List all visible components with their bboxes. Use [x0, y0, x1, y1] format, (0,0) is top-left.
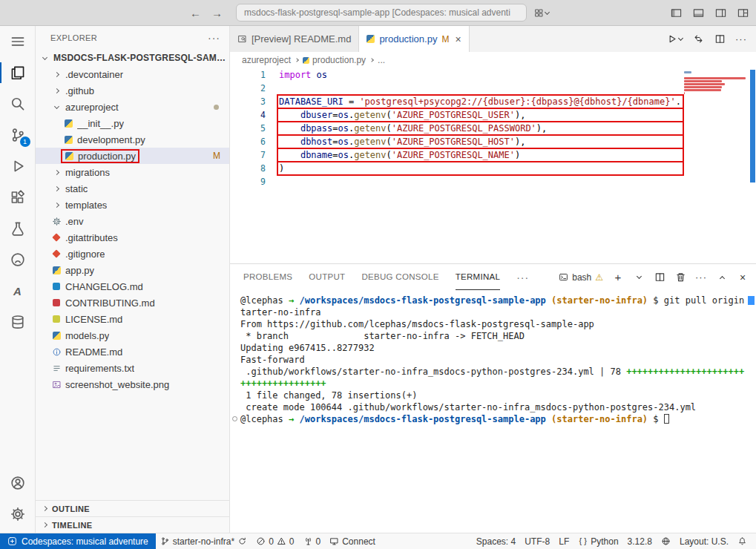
layout-sidebar-right-icon[interactable]	[714, 7, 726, 19]
connect-button[interactable]: Connect	[325, 533, 380, 549]
minimap[interactable]	[684, 70, 748, 196]
terminal[interactable]: @lcephas → /workspaces/msdocs-flask-post…	[230, 290, 756, 533]
explorer-more-actions-icon[interactable]: ···	[208, 32, 220, 44]
section-outline[interactable]: OUTLINE	[36, 500, 229, 516]
panel-tab-terminal[interactable]: TERMINAL	[456, 264, 501, 290]
line-number: 8	[230, 162, 266, 175]
activitybar-azure[interactable]: A	[0, 275, 36, 306]
breadcrumb-item[interactable]: ...	[378, 55, 385, 65]
tab--Preview-README.md[interactable]: [Preview] README.md	[230, 26, 359, 52]
panel-tab-debug-console[interactable]: DEBUG CONSOLE	[361, 264, 438, 290]
terminal-scrollbar-thumb[interactable]	[748, 296, 755, 305]
tab-label: production.py	[379, 33, 437, 45]
terminal-line: From https://github.com/lcephas/msdocs-f…	[240, 318, 756, 330]
tree-item-README.md[interactable]: README.md	[36, 343, 229, 360]
ports-icon	[303, 536, 313, 546]
breadcrumb-item[interactable]: production.py	[303, 55, 366, 65]
language-status[interactable]: { }Python	[573, 533, 622, 549]
section-label: OUTLINE	[52, 504, 90, 513]
forward-button[interactable]: →	[211, 7, 223, 19]
panel-close-icon[interactable]: ×	[737, 272, 749, 283]
keyboard-layout-status[interactable]: Layout: U.S.	[675, 533, 733, 549]
activitybar-testing[interactable]	[0, 213, 36, 244]
statusbar-right: Spaces: 4UTF-8LF{ }Python3.12.8Layout: U…	[472, 533, 756, 549]
panel-split-editor-icon[interactable]	[654, 272, 665, 283]
source-control-badge: 1	[20, 137, 30, 147]
tree-item-root[interactable]: MSDOCS-FLASK-POSTGRESQL-SAMPLE-...	[36, 50, 229, 66]
indentation-status[interactable]: Spaces: 4	[472, 533, 520, 549]
database-icon	[10, 314, 26, 330]
encoding-status[interactable]: UTF-8	[520, 533, 554, 549]
globe-status[interactable]	[657, 533, 675, 549]
activitybar-run-debug[interactable]	[0, 151, 36, 182]
tree-item-static[interactable]: static	[36, 180, 229, 197]
panel-chevron-down-icon[interactable]	[633, 272, 645, 283]
tree-item-.gitattributes[interactable]: .gitattributes	[36, 229, 229, 246]
tree-item-migrations[interactable]: migrations	[36, 164, 229, 180]
back-button[interactable]: ←	[190, 7, 201, 19]
layout-sidebar-icon[interactable]	[670, 7, 682, 19]
chevron-down-icon	[39, 57, 50, 59]
close-icon[interactable]: ×	[455, 33, 461, 45]
problems-status[interactable]: 00	[252, 533, 298, 549]
tree-item-.env[interactable]: .env	[36, 213, 229, 229]
activitybar-explorer[interactable]	[0, 57, 36, 88]
ports-status[interactable]: 0	[299, 533, 326, 549]
layout-panel-icon[interactable]	[692, 7, 704, 19]
tree-item-__init__.py[interactable]: __init__.py	[36, 115, 229, 131]
tree-item-models.py[interactable]: models.py	[36, 327, 229, 343]
tab-production.py[interactable]: production.pyM×	[359, 26, 469, 52]
open-changes-icon[interactable]	[692, 33, 704, 45]
tree-item-development.py[interactable]: development.py	[36, 131, 229, 148]
remote-indicator[interactable]: Codespaces: musical adventure	[0, 533, 156, 549]
panel-more-tabs-icon[interactable]: ···	[516, 272, 529, 283]
tree-item-.devcontainer[interactable]: .devcontainer	[36, 66, 229, 82]
remote-menu-button[interactable]	[531, 4, 552, 22]
window-title: msdocs-flask-postgresql-sample-app [Code…	[244, 7, 510, 18]
layout-custom-icon[interactable]	[737, 7, 749, 19]
panel-trash-icon[interactable]	[674, 272, 686, 283]
activitybar-github[interactable]	[0, 244, 36, 275]
python-version-status[interactable]: 3.12.8	[623, 533, 657, 549]
eol-status[interactable]: LF	[554, 533, 573, 549]
section-timeline[interactable]: TIMELINE	[36, 516, 229, 533]
breadcrumb-item[interactable]: azureproject	[242, 55, 291, 65]
panel-tab-problems[interactable]: PROBLEMS	[243, 264, 292, 290]
tree-item-screenshot_website.png[interactable]: screenshot_website.png	[36, 376, 229, 392]
tree-item-app.py[interactable]: app.py	[36, 262, 229, 278]
tree-item-requirements.txt[interactable]: requirements.txt	[36, 360, 229, 376]
panel-chevron-up-icon[interactable]	[716, 272, 728, 283]
activitybar-settings[interactable]	[0, 499, 36, 530]
editor-area: [Preview] README.mdproduction.pyM×··· az…	[230, 26, 756, 533]
activitybar-extensions[interactable]	[0, 182, 36, 213]
activitybar-source-control[interactable]: 1	[0, 119, 36, 151]
more-actions-icon[interactable]: ···	[735, 33, 747, 45]
split-editor-icon[interactable]	[714, 33, 726, 45]
activitybar-menu[interactable]	[0, 26, 36, 57]
chevron-right-icon	[39, 507, 50, 510]
tree-item-.github[interactable]: .github	[36, 82, 229, 99]
tree-item-label: static	[65, 183, 88, 194]
tree-item-templates[interactable]: templates	[36, 197, 229, 213]
tree-item-.gitignore[interactable]: .gitignore	[36, 246, 229, 262]
command-decoration-icon[interactable]	[232, 416, 237, 421]
panel-more-icon[interactable]: ···	[695, 272, 707, 283]
tree-item-CHANGELOG.md[interactable]: CHANGELOG.md	[36, 278, 229, 295]
panel-plus-icon[interactable]: +	[612, 272, 624, 283]
activitybar-search[interactable]	[0, 88, 36, 119]
activitybar-account[interactable]	[0, 467, 36, 499]
tree-item-LICENSE.md[interactable]: LICENSE.md	[36, 311, 229, 327]
tree-item-production.py[interactable]: production.pyM	[36, 148, 229, 164]
tree-item-CONTRIBUTING.md[interactable]: CONTRIBUTING.md	[36, 295, 229, 311]
tree-item-label: .env	[65, 216, 84, 227]
panel-tab-output[interactable]: OUTPUT	[309, 264, 345, 290]
code-editor[interactable]: 1import os23DATABASE_URI = 'postgresql+p…	[230, 68, 756, 263]
notifications-button[interactable]	[733, 533, 752, 549]
tree-item-azureproject[interactable]: azureproject	[36, 99, 229, 115]
command-center-search[interactable]: msdocs-flask-postgresql-sample-app [Code…	[236, 4, 527, 22]
branch-status[interactable]: starter-no-infra*	[156, 533, 252, 549]
activitybar-database[interactable]	[0, 306, 36, 338]
terminal-shell-selector[interactable]: bash⚠	[559, 272, 603, 283]
vscode-window: ← → msdocs-flask-postgresql-sample-app […	[0, 0, 756, 549]
run-python-file-button[interactable]	[665, 33, 683, 45]
